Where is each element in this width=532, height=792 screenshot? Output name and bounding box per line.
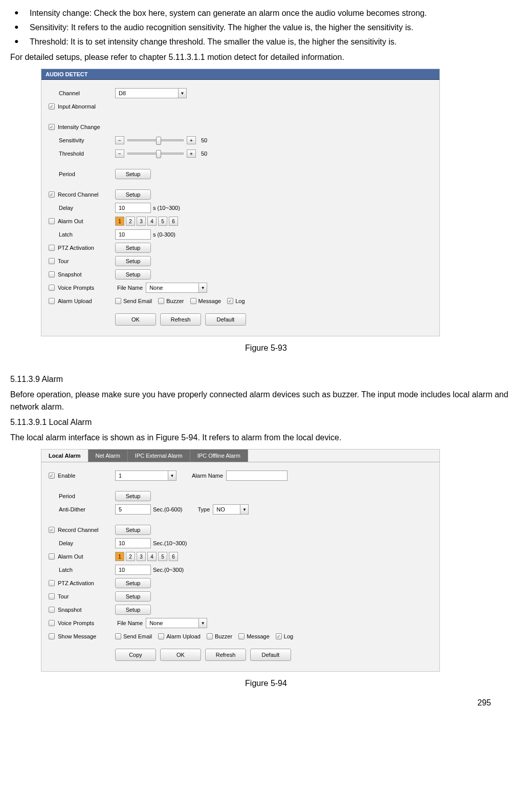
alarm-out-2[interactable]: 2: [126, 217, 135, 226]
intensity-change-toggle[interactable]: Intensity Change: [49, 124, 115, 130]
snapshot-toggle[interactable]: Snapshot: [49, 271, 115, 277]
log-toggle[interactable]: Log: [227, 298, 245, 304]
alarm-name-input[interactable]: [226, 470, 287, 481]
tour-setup-button[interactable]: Setup: [115, 256, 151, 266]
plus-icon[interactable]: +: [187, 136, 196, 144]
alarm-out-4[interactable]: 4: [147, 217, 157, 226]
enable-label: Enable: [58, 473, 75, 479]
period-setup-button[interactable]: Setup: [115, 491, 151, 501]
snapshot-setup-button[interactable]: Setup: [115, 269, 151, 280]
section-paragraph: Before operation, please make sure you h…: [10, 389, 522, 413]
slider-thumb[interactable]: [156, 137, 161, 145]
record-setup-button[interactable]: Setup: [115, 189, 151, 200]
file-name-select[interactable]: None ▼: [146, 618, 207, 628]
alarm-out-5[interactable]: 5: [158, 552, 167, 561]
ptz-label: PTZ Activation: [58, 245, 94, 251]
ok-button[interactable]: OK: [160, 649, 201, 661]
snapshot-toggle[interactable]: Snapshot: [49, 607, 115, 613]
alarm-out-3[interactable]: 3: [137, 217, 146, 226]
subsection-paragraph: The local alarm interface is shown as in…: [10, 432, 522, 444]
tab-local-alarm[interactable]: Local Alarm: [41, 449, 88, 462]
ptz-toggle[interactable]: PTZ Activation: [49, 580, 115, 586]
alarm-out-toggle[interactable]: Alarm Out: [49, 218, 115, 224]
show-message-label: Show Message: [58, 633, 96, 639]
file-name-label: File Name: [117, 620, 143, 626]
minus-icon[interactable]: −: [115, 136, 124, 144]
record-channel-toggle[interactable]: Record Channel: [49, 527, 115, 533]
alarm-out-4[interactable]: 4: [147, 552, 157, 561]
alarm-upload-toggle[interactable]: Alarm Upload: [49, 298, 115, 304]
tab-net-alarm[interactable]: Net Alarm: [88, 449, 128, 462]
delay-input[interactable]: 10: [115, 538, 151, 548]
checkbox-icon: [115, 633, 121, 639]
type-value: NO: [216, 506, 225, 512]
threshold-slider[interactable]: − + 50: [115, 149, 207, 158]
plus-icon[interactable]: +: [187, 149, 196, 158]
record-setup-button[interactable]: Setup: [115, 525, 151, 535]
period-setup-button[interactable]: Setup: [115, 169, 151, 179]
tab-ipc-offline[interactable]: IPC Offline Alarm: [190, 449, 248, 462]
figure-caption: Figure 5-94: [10, 679, 522, 688]
enable-toggle[interactable]: Enable: [49, 473, 115, 479]
snapshot-label: Snapshot: [58, 607, 81, 613]
input-abnormal-toggle[interactable]: Input Abnormal: [49, 103, 115, 110]
audio-detect-panel: AUDIO DETECT Channel D8 ▼ Input Abnormal: [41, 69, 440, 336]
file-name-value: None: [149, 620, 163, 626]
alarm-upload-toggle[interactable]: Alarm Upload: [158, 633, 201, 639]
send-email-toggle[interactable]: Send Email: [115, 633, 152, 639]
ptz-setup-button[interactable]: Setup: [115, 243, 151, 253]
alarm-out-1[interactable]: 1: [115, 217, 124, 226]
channel-select[interactable]: D8 ▼: [115, 88, 187, 98]
ok-button[interactable]: OK: [115, 313, 156, 326]
delay-input[interactable]: 10: [115, 203, 151, 213]
minus-icon[interactable]: −: [115, 149, 124, 158]
tour-toggle[interactable]: Tour: [49, 593, 115, 600]
record-channel-label: Record Channel: [58, 191, 99, 198]
panel-title: AUDIO DETECT: [41, 69, 439, 80]
record-channel-toggle[interactable]: Record Channel: [49, 191, 115, 198]
file-name-label: File Name: [117, 285, 143, 291]
threshold-value: 50: [201, 151, 207, 157]
slider-track[interactable]: [127, 153, 184, 155]
bullet-item: ● Threshold: It is to set intensity chan…: [10, 36, 522, 48]
message-toggle[interactable]: Message: [238, 633, 270, 639]
file-name-select[interactable]: None ▼: [146, 283, 207, 293]
alarm-out-5[interactable]: 5: [158, 217, 167, 226]
alarm-out-1[interactable]: 1: [115, 552, 124, 561]
buzzer-toggle[interactable]: Buzzer: [207, 633, 232, 639]
alarm-out-2[interactable]: 2: [126, 552, 135, 561]
voice-toggle[interactable]: Voice Prompts: [49, 285, 115, 291]
tour-setup-button[interactable]: Setup: [115, 591, 151, 602]
default-button[interactable]: Default: [205, 313, 246, 326]
alarm-out-6[interactable]: 6: [169, 552, 178, 561]
ptz-toggle[interactable]: PTZ Activation: [49, 245, 115, 251]
anti-dither-input[interactable]: 5: [115, 504, 151, 515]
alarm-out-label: Alarm Out: [58, 218, 83, 224]
alarm-out-3[interactable]: 3: [137, 552, 146, 561]
refresh-button[interactable]: Refresh: [160, 313, 201, 326]
show-message-toggle[interactable]: Show Message: [49, 633, 115, 639]
alarm-out-6[interactable]: 6: [169, 217, 178, 226]
alarm-out-toggle[interactable]: Alarm Out: [49, 553, 115, 560]
ptz-setup-button[interactable]: Setup: [115, 578, 151, 588]
enable-select[interactable]: 1 ▼: [115, 470, 176, 481]
tab-ipc-external[interactable]: IPC External Alarm: [128, 449, 190, 462]
latch-input[interactable]: 10: [115, 565, 151, 575]
message-toggle[interactable]: Message: [190, 298, 221, 304]
copy-button[interactable]: Copy: [115, 649, 156, 661]
refresh-button[interactable]: Refresh: [205, 649, 246, 661]
type-select[interactable]: NO ▼: [213, 504, 249, 515]
latch-input[interactable]: 10: [115, 229, 151, 240]
default-button[interactable]: Default: [250, 649, 291, 661]
log-toggle[interactable]: Log: [276, 633, 293, 639]
sensitivity-slider[interactable]: − + 50: [115, 136, 207, 144]
send-email-toggle[interactable]: Send Email: [115, 298, 152, 304]
checkbox-icon: [49, 245, 55, 251]
voice-toggle[interactable]: Voice Prompts: [49, 620, 115, 626]
buzzer-toggle[interactable]: Buzzer: [158, 298, 184, 304]
slider-track[interactable]: [127, 139, 184, 141]
tour-toggle[interactable]: Tour: [49, 258, 115, 264]
checkbox-icon: [276, 633, 282, 639]
snapshot-setup-button[interactable]: Setup: [115, 605, 151, 615]
slider-thumb[interactable]: [156, 150, 161, 158]
